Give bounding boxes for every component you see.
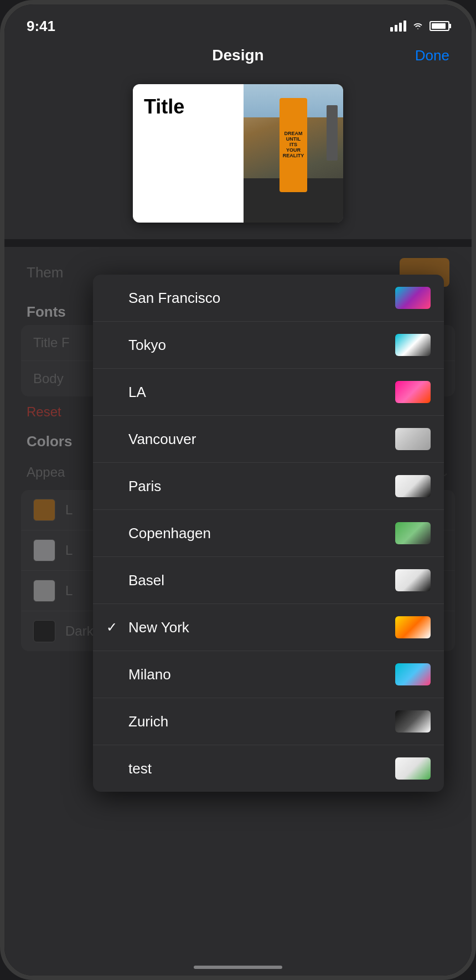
graffiti-pole: DREAMUNTILITSYOURREALITY: [280, 98, 307, 192]
signal-icon: [390, 20, 406, 32]
preview-area: Title DREAMUNTILITSYOURREALITY: [4, 73, 472, 239]
dropdown-item-label: Basel: [128, 572, 395, 589]
dropdown-item-basel[interactable]: Basel: [93, 557, 444, 604]
theme-thumb-copenhagen: [395, 522, 431, 544]
nav-title: Design: [71, 47, 405, 64]
battery-icon: [430, 21, 449, 31]
theme-thumb-test: [395, 757, 431, 780]
preview-title: Title: [144, 95, 184, 118]
dropdown-menu[interactable]: San FranciscoTokyoLAVancouverParisCopenh…: [93, 275, 444, 792]
dropdown-item-label: test: [128, 760, 395, 777]
swatch-light: [33, 580, 55, 602]
theme-thumb-vancouver: [395, 428, 431, 450]
swatch-white: [33, 539, 55, 561]
preview-card: Title DREAMUNTILITSYOURREALITY: [133, 84, 343, 223]
dropdown-item-label: Vancouver: [128, 431, 395, 448]
nav-bar: Design Done: [4, 38, 472, 73]
dropdown-item-milano[interactable]: Milano: [93, 651, 444, 698]
theme-thumb-milano: [395, 663, 431, 685]
dropdown-item-tokyo[interactable]: Tokyo: [93, 322, 444, 369]
theme-label: Them: [27, 264, 63, 281]
street-photo: DREAMUNTILITSYOURREALITY: [244, 84, 343, 223]
status-time: 9:41: [27, 18, 55, 35]
theme-thumb-san-francisco: [395, 287, 431, 309]
dropdown-item-vancouver[interactable]: Vancouver: [93, 416, 444, 463]
dropdown-item-label: Tokyo: [128, 337, 395, 354]
theme-thumb-la: [395, 381, 431, 403]
dropdown-item-label: San Francisco: [128, 290, 395, 307]
checkmark-icon: ✓: [106, 620, 123, 635]
dropdown-item-new-york[interactable]: ✓New York: [93, 604, 444, 651]
theme-thumb-paris: [395, 475, 431, 497]
swatch-orange: [33, 499, 55, 521]
dropdown-item-la[interactable]: LA: [93, 369, 444, 416]
theme-thumb-zurich: [395, 710, 431, 733]
section-separator: [4, 239, 472, 247]
dropdown-item-label: Copenhagen: [128, 525, 395, 542]
dropdown-item-san-francisco[interactable]: San Francisco: [93, 275, 444, 322]
theme-thumb-basel: [395, 569, 431, 591]
done-button[interactable]: Done: [405, 47, 449, 64]
dropdown-item-copenhagen[interactable]: Copenhagen: [93, 510, 444, 557]
dropdown-item-label: Paris: [128, 478, 395, 495]
dropdown-item-label: Zurich: [128, 713, 395, 730]
theme-thumb-new-york: [395, 616, 431, 638]
dropdown-item-test[interactable]: test: [93, 745, 444, 792]
theme-thumb-tokyo: [395, 334, 431, 356]
dropdown-item-paris[interactable]: Paris: [93, 463, 444, 510]
dropdown-item-label: New York: [128, 619, 395, 636]
dropdown-item-label: LA: [128, 384, 395, 401]
dropdown-item-zurich[interactable]: Zurich: [93, 698, 444, 745]
status-bar: 9:41: [4, 4, 472, 38]
background-content: Them Fonts Title F ult › Body ult › Rese…: [4, 247, 472, 976]
status-icons: [390, 20, 449, 32]
home-indicator: [194, 966, 282, 969]
swatch-dark: [33, 620, 55, 642]
wifi-icon: [412, 22, 424, 30]
dropdown-item-label: Milano: [128, 666, 395, 683]
phone-frame: 9:41 Design Done Title: [0, 0, 476, 980]
